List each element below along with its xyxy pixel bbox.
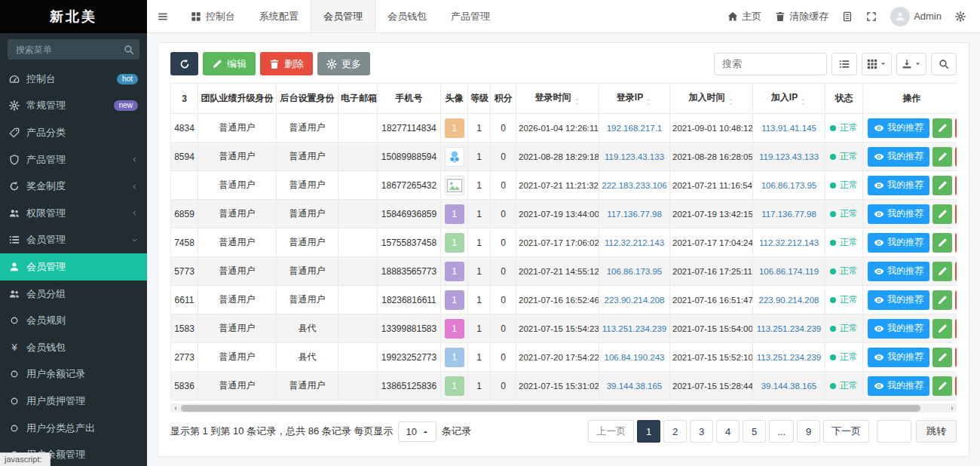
edit-row-button[interactable] [933,233,952,253]
delete-row-button[interactable] [955,233,957,253]
my-referrals-button[interactable]: 我的推荐 [868,118,929,138]
col-header-9[interactable]: 登录IP [599,84,670,114]
edit-row-button[interactable] [933,348,952,367]
my-referrals-button[interactable]: 我的推荐 [868,319,929,339]
page-button-2[interactable]: 2 [663,420,687,443]
delete-row-button[interactable] [955,376,957,396]
sidebar-item-8[interactable]: 会员分组 [0,281,147,308]
columns-button[interactable] [862,53,892,75]
sort-icon[interactable] [727,97,734,106]
my-referrals-button[interactable]: 我的推荐 [868,176,929,195]
sidebar-item-11[interactable]: 用户余额记录 [0,361,147,388]
sidebar-item-0[interactable]: 控制台hot [0,66,147,93]
jump-page-input[interactable] [877,420,911,443]
login-ip-link[interactable]: 106.84.190.243 [605,353,665,362]
sort-icon[interactable] [800,97,807,106]
page-button-5[interactable]: 5 [743,420,766,443]
join-ip-link[interactable]: 223.90.214.208 [759,296,819,305]
horizontal-scrollbar[interactable] [170,403,957,412]
delete-row-button[interactable] [955,348,957,367]
scroll-right-arrow[interactable] [948,403,957,412]
login-ip-link[interactable]: 222.183.233.106 [602,181,666,190]
login-ip-link[interactable]: 192.168.217.1 [607,124,663,133]
login-ip-link[interactable]: 119.123.43.133 [605,152,664,161]
table-row-1[interactable]: 8594普通用户普通用户15089988594102021-08-28 18:2… [171,143,957,171]
table-search-input[interactable] [714,53,827,75]
table-row-4[interactable]: 7458普通用户普通用户157558374581102021-07-17 17:… [171,228,957,257]
join-ip-link[interactable]: 119.123.43.133 [759,152,819,161]
table-row-3[interactable]: 6859普通用户普通用户158469368591102021-07-19 13:… [171,200,957,228]
page-size-select[interactable]: 10 [398,422,436,442]
my-referrals-button[interactable]: 我的推荐 [868,348,929,367]
jump-button[interactable]: 跳转 [916,420,957,443]
delete-row-button[interactable] [955,262,957,281]
login-ip-link[interactable]: 117.136.77.98 [607,210,662,219]
delete-row-button[interactable] [955,147,957,167]
my-referrals-button[interactable]: 我的推荐 [868,233,929,253]
search-button[interactable] [931,53,957,75]
edit-row-button[interactable] [933,262,952,281]
my-referrals-button[interactable]: 我的推荐 [868,290,929,310]
sidebar-item-9[interactable]: 会员规则 [0,307,147,334]
login-ip-link[interactable]: 113.251.234.239 [602,324,666,333]
table-row-2[interactable]: 普通用户普通用户18677265432102021-07-21 11:21:32… [171,171,957,200]
edit-row-button[interactable] [933,319,952,339]
my-referrals-button[interactable]: 我的推荐 [868,262,929,281]
table-row-9[interactable]: 5836普通用户普通用户138651258361102021-07-15 15:… [171,372,957,400]
my-referrals-button[interactable]: 我的推荐 [868,147,929,167]
page-button-4[interactable]: 4 [716,420,740,443]
sidebar-item-2[interactable]: 产品分类 [0,119,147,146]
sidebar-item-4[interactable]: 奖金制度 [0,173,147,200]
nav-tab-2[interactable]: 会员管理 [311,0,375,32]
col-header-8[interactable]: 登录时间 [516,84,599,114]
user-menu[interactable]: Admin [884,0,948,33]
page-ellipsis[interactable]: ... [769,420,794,443]
delete-button[interactable]: 删除 [260,52,313,75]
my-referrals-button[interactable]: 我的推荐 [868,376,929,396]
edit-row-button[interactable] [933,118,952,138]
sort-icon[interactable] [645,97,652,106]
sidebar-search-input[interactable] [8,39,139,60]
scrollbar-thumb[interactable] [181,405,920,412]
delete-row-button[interactable] [955,290,957,310]
nav-tab-3[interactable]: 会员钱包 [375,0,439,32]
join-ip-link[interactable]: 113.251.234.239 [757,353,821,362]
refresh-button[interactable] [170,52,198,75]
login-ip-link[interactable]: 39.144.38.165 [607,382,663,391]
clear-cache-link[interactable]: 清除缓存 [768,0,835,33]
delete-row-button[interactable] [955,319,957,339]
col-header-11[interactable]: 加入IP [753,84,825,114]
join-ip-link[interactable]: 117.136.77.98 [761,210,816,219]
export-button[interactable] [896,53,926,75]
edit-row-button[interactable] [933,204,952,224]
sidebar-item-6[interactable]: 会员管理 [0,227,147,254]
page-button-1[interactable]: 1 [637,420,660,443]
join-ip-link[interactable]: 106.86.174.119 [759,267,819,276]
join-ip-link[interactable]: 113.91.41.145 [761,124,816,133]
scroll-left-arrow[interactable] [170,403,179,412]
sidebar-item-3[interactable]: 产品管理 [0,146,147,173]
join-ip-link[interactable]: 39.144.38.165 [761,382,817,391]
nav-tab-1[interactable]: 系统配置 [247,0,311,32]
edit-row-button[interactable] [933,376,952,396]
sidebar-item-5[interactable]: 权限管理 [0,200,147,227]
prev-page-button[interactable]: 上一页 [588,420,634,443]
sidebar-item-7[interactable]: 会员管理 [0,253,147,281]
join-ip-link[interactable]: 113.251.234.239 [757,324,821,333]
delete-row-button[interactable] [955,204,957,224]
table-row-5[interactable]: 5773普通用户普通用户188835657731102021-07-21 14:… [171,257,957,286]
nav-tab-4[interactable]: 产品管理 [439,0,502,32]
home-link[interactable]: 主页 [721,0,768,33]
edit-row-button[interactable] [933,290,952,310]
next-page-button[interactable]: 下一页 [823,420,869,443]
document-button[interactable] [835,0,859,33]
join-ip-link[interactable]: 106.86.173.95 [761,181,817,190]
settings-button[interactable] [948,0,972,33]
edit-row-button[interactable] [933,147,952,167]
page-button-3[interactable]: 3 [690,420,713,443]
fullscreen-button[interactable] [859,0,884,33]
more-button[interactable]: 更多 [317,52,370,75]
menu-toggle-button[interactable] [147,0,179,32]
sidebar-item-10[interactable]: ¥会员钱包 [0,334,147,361]
login-ip-link[interactable]: 112.32.212.143 [605,238,664,247]
